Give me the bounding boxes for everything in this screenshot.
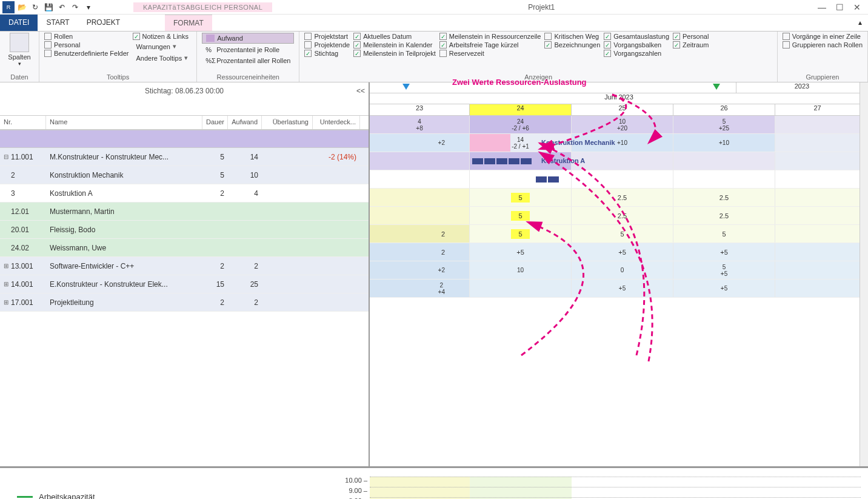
tab-projekt[interactable]: PROJEKT [78,15,129,31]
hdr-name[interactable]: Name [46,116,202,129]
tab-datei[interactable]: DATEI [0,15,38,31]
redo-icon[interactable]: ↷ [69,1,81,13]
chk-zeitraum[interactable]: ✓Zeitraum [673,41,709,49]
chk-reservezeit[interactable]: Reservezeit [439,50,541,57]
window-title: Projekt1 [272,3,810,12]
bar-label-km: Konstruktion Mechanik [541,139,615,146]
group-anzeigen-label: Anzeigen [304,73,772,82]
chk-akt-datum[interactable]: ✓Aktuelles Datum [353,33,436,40]
app-icon[interactable]: R [2,1,15,13]
collapse-left-button[interactable]: << [356,87,365,95]
stichtag-marker-icon [402,84,410,90]
tab-format[interactable]: FORMAT [165,15,212,31]
stichtag-label: Stichtag: 08.06.23 00:00 [145,87,224,95]
hdr-aufwand[interactable]: Aufwand [228,116,262,129]
timeline-year: 2023 [736,82,868,93]
table-row[interactable]: 12.01Mustermann, Martin [0,203,369,221]
hdr-nr[interactable]: Nr. [0,116,46,129]
today-marker-icon [713,84,720,90]
table-row[interactable]: ⊞14.001E.Konstrukteur - Konstrukteur Ele… [0,275,369,293]
chk-stichtag[interactable]: ✓Stichtag [304,50,350,57]
spalten-button[interactable]: Spalten ▾ [5,33,34,67]
chk-gesamtauslastung[interactable]: ✓Gesamtauslastung [604,33,669,40]
ribbon-collapse-icon[interactable]: ▴ [852,15,868,31]
legend-arbeitskap: Arbeitskapazität [17,492,98,499]
chk-ms-kalender[interactable]: ✓Meilenstein in Kalender [353,41,436,49]
chk-vorgangszahlen[interactable]: ✓Vorgangszahlen [604,50,669,57]
chk-vorgangsbalken[interactable]: ✓Vorgangsbalken [604,41,669,49]
dd-warnungen[interactable]: Warnungen [133,41,192,52]
chk-projektstart[interactable]: Projektstart [304,33,350,40]
open-icon[interactable]: 📂 [16,1,28,13]
minimize-icon[interactable]: — [818,2,826,12]
table-row[interactable]: ⊞13.001Software-Entwickler - C++22 [0,257,369,275]
undo-icon[interactable]: ↶ [56,1,68,13]
group-reseinh-label: Ressourceneinheiten [202,73,294,82]
table-row[interactable]: ⊟11.001M.Konstrukteur - Konstrukteur Mec… [0,148,369,166]
context-tab-kapazitaet[interactable]: KAPAZITäTSABGLEICH PERSONAL [133,2,272,12]
group-gruppieren-label: Gruppieren [783,73,863,82]
week-25[interactable]: 25 [572,104,673,115]
maximize-icon[interactable]: ☐ [836,2,844,12]
bars-icon [206,35,215,42]
chk-projektende[interactable]: Projektende [304,41,350,49]
tab-start[interactable]: START [38,15,78,31]
week-23[interactable]: 23 [370,104,470,115]
timeline-month: Juni 2023 [370,93,868,104]
table-row[interactable]: ⊞17.001Projektleitung22 [0,293,369,312]
table-row[interactable]: 24.02Weissmann, Uwe [0,239,369,257]
chk-notizen[interactable]: ✓Notizen & Links [133,33,192,40]
bar-label-ka: Kostruktion A [541,157,585,164]
table-row[interactable]: 20.01Fleissig, Bodo [0,221,369,239]
btn-aufwand[interactable]: Aufwand [202,33,294,44]
grid-sum-row-left [0,130,369,148]
week-26[interactable]: 26 [673,104,775,115]
chk-rollen[interactable]: Rollen [44,33,129,40]
chk-ms-teilprojekt[interactable]: ✓Meilenstein in Teilprojekt [353,50,436,57]
dd-andere-tooltips[interactable]: Andere Tooltips [133,53,192,63]
group-tooltips-label: Tooltips [44,73,192,82]
chk-personal[interactable]: ✓Personal [673,33,709,40]
btn-proz-alle[interactable]: %ΣProzentanteil aller Rollen [202,56,294,65]
percent-icon: % [205,46,214,53]
week-24[interactable]: 24 [470,104,572,115]
chk-ms-ressource[interactable]: ✓Meilenstein in Ressourcenzeile [439,33,541,40]
refresh-icon[interactable]: ↻ [29,1,41,13]
chk-arbeitsfrei[interactable]: ✓Arbeitsfreie Tage kürzel [439,41,541,49]
chk-grup-rollen[interactable]: Gruppieren nach Rollen [783,41,863,49]
vertical-scrollbar[interactable] [860,82,868,466]
grid-header: Nr. Name Dauer Aufwand Überlastung Unter… [0,115,369,130]
save-icon[interactable]: 💾 [42,1,55,13]
expand-icon[interactable]: ⊞ [4,299,10,306]
btn-proz-rolle[interactable]: %Prozentanteil je Rolle [202,45,294,55]
expand-icon[interactable]: ⊞ [4,263,10,269]
expand-icon[interactable]: ⊟ [4,153,10,160]
hdr-uberlastung[interactable]: Überlastung [262,116,313,129]
hdr-dauer[interactable]: Dauer [202,116,228,129]
hdr-unterdeckung[interactable]: Unterdeck... [313,116,360,129]
week-27[interactable]: 27 [775,104,860,115]
group-daten-label: Daten [5,73,34,82]
percent-sigma-icon: %Σ [205,57,214,64]
table-row[interactable]: 2Konstruktion Mechanik510 [0,166,369,184]
chk-personal-tt[interactable]: Personal [44,41,129,49]
chk-krit-weg[interactable]: Kritischen Weg [544,33,600,40]
table-row[interactable]: 3Kostruktion A24 [0,184,369,203]
expand-icon[interactable]: ⊞ [4,281,10,287]
chk-bezeichnungen[interactable]: ✓Bezeichnungen [544,41,600,49]
close-icon[interactable]: ✕ [853,2,861,12]
chk-budf[interactable]: Benutzerdefinierte Felder [44,50,129,57]
qat-more-icon[interactable]: ▾ [82,1,95,13]
chk-vorg-zeile[interactable]: Vorgänge in einer Zeile [783,33,863,40]
columns-icon [10,33,29,52]
